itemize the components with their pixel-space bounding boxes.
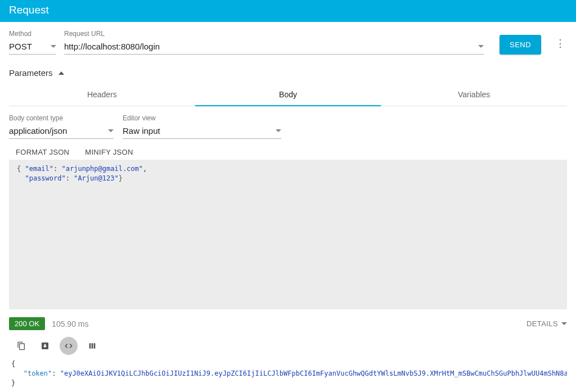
caret-down-icon	[108, 129, 114, 132]
url-input[interactable]: http://localhost:8080/login	[64, 40, 484, 55]
download-button[interactable]	[36, 337, 54, 355]
tab-variables[interactable]: Variables	[381, 83, 567, 106]
caret-down-icon	[478, 45, 484, 48]
minify-json-button[interactable]: MINIFY JSON	[85, 148, 133, 156]
details-toggle[interactable]: DETAILS	[526, 319, 567, 328]
tab-headers[interactable]: Headers	[9, 83, 195, 106]
json-actions: FORMAT JSON MINIFY JSON	[16, 148, 567, 156]
body-content-type-field: Body content type application/json	[9, 114, 114, 139]
status-time: 105.90 ms	[52, 319, 88, 328]
editor-view-field: Editor view Raw input	[123, 114, 281, 139]
main-content: Method POST Request URL http://localhost…	[0, 22, 576, 392]
request-row: Method POST Request URL http://localhost…	[9, 30, 567, 55]
parameters-label: Parameters	[9, 68, 53, 78]
details-label: DETAILS	[526, 319, 558, 328]
code-icon	[64, 341, 73, 350]
columns-view-button[interactable]	[83, 337, 101, 355]
body-content-type-value: application/json	[9, 126, 67, 136]
columns-icon	[88, 341, 97, 350]
status-badge: 200 OK	[9, 317, 45, 330]
method-value: POST	[9, 42, 32, 51]
chevron-down-icon	[561, 322, 567, 325]
copy-button[interactable]	[12, 337, 30, 355]
status-left: 200 OK 105.90 ms	[9, 317, 88, 330]
body-content-type-select[interactable]: application/json	[9, 124, 114, 139]
chevron-up-icon	[58, 71, 64, 75]
url-field: Request URL http://localhost:8080/login	[64, 30, 484, 55]
method-label: Method	[9, 30, 56, 38]
caret-down-icon	[51, 45, 56, 48]
copy-icon	[17, 341, 26, 350]
editor-view-label: Editor view	[123, 114, 281, 122]
body-content-type-label: Body content type	[9, 114, 114, 122]
download-icon	[40, 341, 50, 350]
tab-body[interactable]: Body	[195, 83, 381, 106]
response-body[interactable]: { "token": "eyJ0eXAiOiJKV1QiLCJhbGciOiJI…	[9, 358, 567, 392]
title-bar: Request	[0, 0, 576, 22]
url-value: http://localhost:8080/login	[64, 42, 160, 51]
method-field: Method POST	[9, 30, 56, 55]
editor-view-value: Raw input	[123, 126, 160, 136]
format-json-button[interactable]: FORMAT JSON	[16, 148, 69, 156]
response-toolbar	[9, 334, 567, 358]
more-menu-button[interactable]: ⋮	[554, 32, 567, 55]
url-label: Request URL	[64, 30, 484, 38]
send-button[interactable]: SEND	[500, 35, 541, 55]
editor-view-select[interactable]: Raw input	[123, 124, 281, 139]
body-options: Body content type application/json Edito…	[9, 114, 567, 139]
caret-down-icon	[276, 129, 281, 132]
request-body-editor[interactable]: { "email": "arjunphp@gmail.com", "passwo…	[9, 160, 567, 309]
parameter-tabs: Headers Body Variables	[9, 83, 567, 106]
kebab-icon: ⋮	[555, 37, 565, 49]
page-title: Request	[9, 4, 49, 16]
status-bar: 200 OK 105.90 ms DETAILS	[9, 317, 567, 330]
parameters-toggle[interactable]: Parameters	[9, 68, 567, 78]
method-select[interactable]: POST	[9, 40, 56, 55]
code-view-button[interactable]	[60, 337, 78, 355]
